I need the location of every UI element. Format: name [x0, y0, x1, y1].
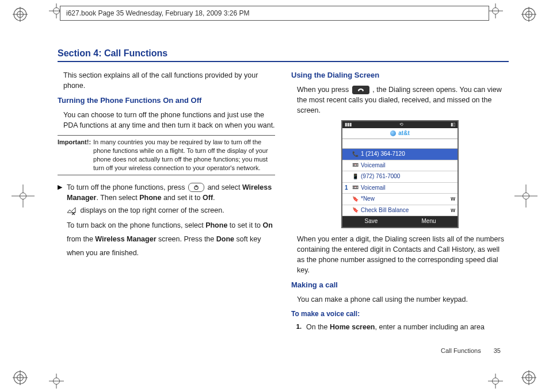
row-icon: 📼 [352, 185, 359, 191]
softkey-save: Save [342, 216, 400, 227]
link-icon: ⟲ [399, 121, 403, 128]
heading-dialing-screen: Using the Dialing Screen [291, 70, 509, 81]
send-key-icon [352, 86, 369, 94]
row-icon: 📱 [352, 173, 359, 180]
registration-mark-icon [13, 370, 28, 385]
right-column: Using the Dialing Screen When you press … [291, 70, 509, 358]
step-body: To turn off the phone functions, press a… [67, 182, 275, 263]
footer-section: Call Functions [441, 347, 481, 354]
footer-page-number: 35 [494, 347, 501, 354]
step-line: displays on the top right corner of the … [67, 205, 275, 216]
row-label: 1 (214) 364-7120 [361, 150, 453, 159]
bullet-icon: ▶ [58, 182, 62, 263]
row-trail: w [451, 206, 455, 215]
signal-icon: ▮▮▮ [345, 121, 352, 128]
svg-point-8 [14, 371, 26, 384]
screenshot-row: 📼Voicemail [342, 160, 458, 172]
para-making-call: You can make a phone call using the numb… [291, 294, 509, 305]
row-label: Voicemail [361, 162, 453, 170]
svg-point-4 [523, 8, 535, 21]
dialing-screenshot: ▮▮▮ ⟲ ▮▯ at&t 📞1 (214) 364-7120📼Voicemai… [341, 120, 459, 228]
para-dialing-filter: When you enter a digit, the Dialing scre… [291, 234, 509, 276]
columns: This section explains all of the call fu… [58, 70, 509, 358]
battery-icon: ▮▯ [451, 121, 455, 128]
svg-point-5 [526, 11, 532, 18]
important-text: In many countries you may be required by… [93, 138, 275, 172]
running-header-text: i627.book Page 35 Wednesday, February 18… [66, 9, 249, 17]
row-index: 1 [345, 184, 349, 193]
registration-mark-icon [13, 7, 28, 22]
heading-making-call: Making a call [291, 280, 509, 291]
running-header: i627.book Page 35 Wednesday, February 18… [60, 6, 489, 21]
registration-mark-icon [521, 7, 536, 22]
registration-mark-icon [521, 370, 536, 385]
crop-cross-icon [488, 374, 503, 389]
screenshot-row: 📞1 (214) 364-7120 [342, 149, 458, 160]
section-title: Section 4: Call Functions [58, 48, 509, 62]
row-label: *New [361, 195, 448, 203]
step-number: 1. [291, 322, 302, 332]
page-content: Section 4: Call Functions This section e… [58, 48, 509, 358]
para-dialing-intro: When you press , the Dialing screen open… [291, 84, 509, 116]
row-icon: 📼 [352, 162, 359, 169]
screenshot-statusbar: ▮▮▮ ⟲ ▮▯ [342, 121, 458, 128]
row-icon: 🔖 [352, 195, 359, 202]
row-label: (972) 761-7000 [361, 172, 453, 181]
heading-turning-phone: Turning the Phone Functions On and Off [58, 95, 275, 106]
step-line: To turn off the phone functions, press a… [67, 182, 275, 203]
svg-point-9 [17, 375, 24, 381]
svg-point-1 [17, 11, 24, 18]
crop-cross-icon [514, 185, 537, 207]
heading-voice-call: To make a voice call: [291, 309, 509, 319]
intro-text: This section explains all of the call fu… [58, 70, 275, 91]
screenshot-row: 🔖Check Bill Balancew [342, 205, 458, 217]
att-globe-icon [390, 130, 396, 136]
screenshot-brand: at&t [342, 128, 458, 139]
row-label: Voicemail [361, 184, 453, 193]
important-label: Important!: [58, 138, 91, 172]
left-column: This section explains all of the call fu… [58, 70, 275, 358]
row-icon: 📞 [352, 151, 359, 157]
softkey-menu: Menu [400, 216, 458, 227]
page-footer: Call Functions 35 [441, 347, 501, 354]
svg-marker-18 [67, 207, 75, 213]
row-trail: w [451, 195, 455, 203]
svg-point-12 [523, 371, 535, 384]
svg-point-0 [14, 8, 26, 21]
signal-off-icon [67, 207, 76, 215]
crop-cross-icon [49, 374, 64, 389]
power-key-icon [188, 183, 204, 192]
screenshot-input [342, 139, 458, 149]
para-turnoff-intro: You can choose to turn off the phone fun… [58, 110, 275, 130]
row-label: Check Bill Balance [361, 206, 448, 215]
step-turn-off: ▶ To turn off the phone functions, press… [58, 182, 275, 263]
screenshot-row: 📱(972) 761-7000 [342, 171, 458, 183]
important-note: Important!: In many countries you may be… [58, 135, 275, 175]
row-icon: 🔖 [352, 207, 359, 214]
svg-point-13 [526, 375, 532, 381]
step-voice-call-1: 1. On the Home screen, enter a number in… [291, 322, 509, 332]
step-body: On the Home screen, enter a number inclu… [306, 322, 509, 332]
screenshot-row: 🔖*Neww [342, 194, 458, 205]
step-line: To turn back on the phone functions, sel… [67, 219, 275, 260]
screenshot-softkeys: Save Menu [342, 216, 458, 227]
crop-cross-icon [488, 3, 503, 18]
screenshot-row: 1📼Voicemail [342, 183, 458, 194]
crop-cross-icon [12, 185, 35, 207]
